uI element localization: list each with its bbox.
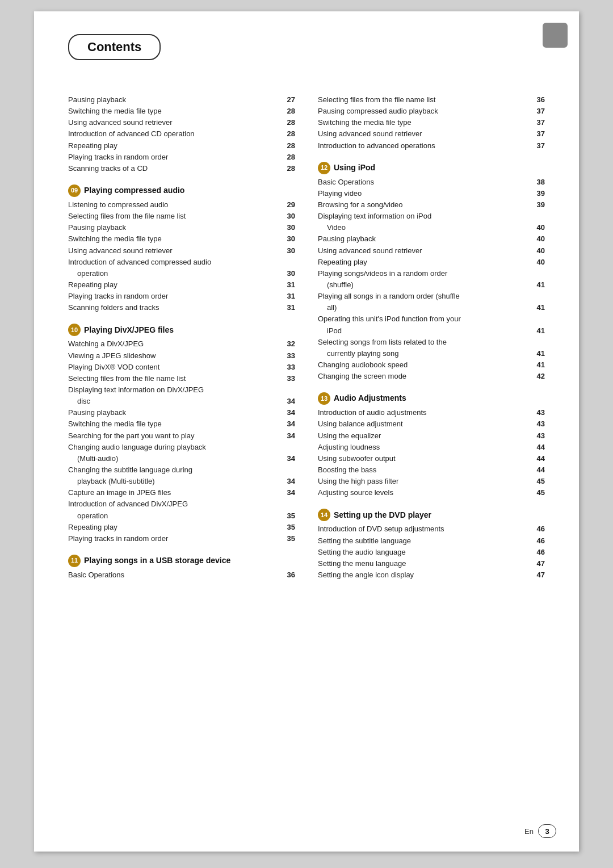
toc-item-text: Setting the subtitle language — [318, 535, 534, 547]
section-title: Using iPod — [334, 162, 375, 174]
toc-item-text: Searching for the part you want to play — [68, 430, 284, 442]
section-header: 11Playing songs in a USB storage device — [68, 555, 295, 567]
toc-item-page: 31 — [287, 279, 295, 291]
toc-item: Selecting files from the file name list3… — [318, 94, 545, 106]
toc-item-text: playback (Multi-subtitle) — [77, 476, 284, 487]
toc-item-page: 33 — [287, 362, 295, 373]
right-top-items: Selecting files from the file name list3… — [318, 94, 545, 152]
toc-item-page: 29 — [287, 199, 295, 211]
toc-item-page: 35 — [287, 533, 295, 544]
toc-item-page: 34 — [287, 476, 295, 487]
toc-item-text: Playing video — [318, 188, 534, 199]
toc-item-page: 30 — [287, 222, 295, 233]
toc-item-page: 28 — [287, 128, 295, 140]
toc-item-page: 28 — [287, 163, 295, 174]
footer-lang: En — [524, 827, 534, 836]
toc-item: Using advanced sound retriever37 — [318, 128, 545, 140]
toc-item: Selecting files from the file name list3… — [68, 211, 295, 222]
toc-item-text: Playing DivX® VOD content — [68, 362, 284, 373]
toc-item: Pausing playback30 — [68, 222, 295, 233]
toc-item-text: Playing all songs in a random order (shu… — [318, 291, 545, 302]
toc-item-text: Selecting files from the file name list — [68, 211, 284, 222]
toc-item: Using advanced sound retriever28 — [68, 117, 295, 128]
toc-item: Changing the screen mode42 — [318, 371, 545, 382]
toc-item: (Multi-audio)34 — [68, 453, 295, 464]
toc-item-page: 36 — [287, 569, 295, 581]
section-number: 09 — [68, 184, 81, 197]
toc-item-text: Using advanced sound retriever — [318, 128, 534, 140]
toc-item: Using subwoofer output44 — [318, 453, 545, 464]
toc-item: Setting the subtitle language46 — [318, 535, 545, 547]
toc-item-page: 33 — [287, 350, 295, 362]
toc-item: Introduction to advanced operations37 — [318, 140, 545, 152]
toc-item: Introduction of advanced CD operation28 — [68, 128, 295, 140]
toc-item-page: 38 — [537, 177, 545, 188]
toc-item-text: Switching the media file type — [68, 233, 284, 245]
toc-item-text: Using the high pass filter — [318, 476, 534, 487]
corner-decoration — [543, 23, 568, 48]
toc-item-text: Pausing playback — [68, 222, 284, 233]
toc-item-page: 47 — [537, 558, 545, 569]
toc-item-text: Using the equalizer — [318, 430, 534, 442]
toc-item-page: 31 — [287, 291, 295, 302]
toc-item-page: 41 — [537, 279, 545, 291]
right-column: Selecting files from the file name list3… — [318, 94, 545, 581]
section-title: Playing DivX/JPEG files — [84, 324, 174, 337]
toc-item-page: 34 — [287, 430, 295, 442]
toc-item-text: Boosting the bass — [318, 464, 534, 476]
toc-item-text: Introduction of advanced CD operation — [68, 128, 284, 140]
toc-item-page: 34 — [287, 407, 295, 418]
toc-item-text: Playing tracks in random order — [68, 152, 284, 163]
toc-item: Scanning tracks of a CD28 — [68, 163, 295, 174]
toc-item-page: 34 — [287, 487, 295, 498]
toc-item-text: disc — [77, 396, 284, 407]
toc-item-page: 31 — [287, 302, 295, 313]
toc-item-text: Browsing for a song/video — [318, 199, 534, 211]
toc-item-text: Switching the media file type — [68, 418, 284, 430]
toc-item: Changing audio language during playback — [68, 442, 295, 453]
toc-item: Capture an image in JPEG files34 — [68, 487, 295, 498]
toc-item: Adjusting source levels45 — [318, 487, 545, 498]
toc-item-text: Playing songs/videos in a random order — [318, 268, 545, 279]
toc-item-text: Repeating play — [68, 279, 284, 291]
content-columns: Pausing playback27Switching the media fi… — [68, 94, 545, 581]
toc-item: Operating this unit's iPod function from… — [318, 313, 545, 325]
toc-item: Boosting the bass44 — [318, 464, 545, 476]
toc-item: Changing audiobook speed41 — [318, 359, 545, 371]
toc-item-text: Switching the media file type — [68, 106, 284, 117]
toc-item: Introduction of DVD setup adjustments46 — [318, 523, 545, 535]
toc-item: (shuffle)41 — [318, 279, 545, 291]
toc-item-page: 41 — [537, 302, 545, 313]
toc-item-page: 46 — [537, 535, 545, 547]
toc-item-page: 47 — [537, 569, 545, 581]
toc-item-text: currently playing song — [327, 348, 534, 359]
toc-item: Watching a DivX/JPEG32 — [68, 338, 295, 350]
toc-item-page: 28 — [287, 152, 295, 163]
section-number: 14 — [318, 509, 330, 521]
toc-item-page: 30 — [287, 233, 295, 245]
toc-item: Pausing playback27 — [68, 94, 295, 106]
toc-item: Playing video39 — [318, 188, 545, 199]
toc-item: Repeating play35 — [68, 522, 295, 533]
footer: En 3 — [524, 824, 556, 838]
toc-item: Pausing playback34 — [68, 407, 295, 418]
toc-item-text: Listening to compressed audio — [68, 199, 284, 211]
footer-page: 3 — [538, 824, 556, 838]
section-header: 13Audio Adjustments — [318, 392, 545, 405]
toc-item: operation30 — [68, 268, 295, 279]
toc-item-text: Selecting files from the file name list — [318, 94, 534, 106]
toc-item: Selecting files from the file name list3… — [68, 373, 295, 384]
toc-item-page: 40 — [537, 233, 545, 245]
toc-item-page: 32 — [287, 338, 295, 350]
section-title: Playing compressed audio — [84, 184, 184, 197]
toc-item-text: Pausing playback — [68, 407, 284, 418]
toc-item-page: 43 — [537, 430, 545, 442]
toc-item-text: Repeating play — [318, 257, 534, 268]
toc-item-page: 43 — [537, 407, 545, 418]
toc-item-page: 27 — [287, 94, 295, 106]
section-header: 09Playing compressed audio — [68, 184, 295, 197]
toc-item: Playing songs/videos in a random order — [318, 268, 545, 279]
toc-item: playback (Multi-subtitle)34 — [68, 476, 295, 487]
toc-item-page: 34 — [287, 418, 295, 430]
toc-item-page: 28 — [287, 140, 295, 152]
